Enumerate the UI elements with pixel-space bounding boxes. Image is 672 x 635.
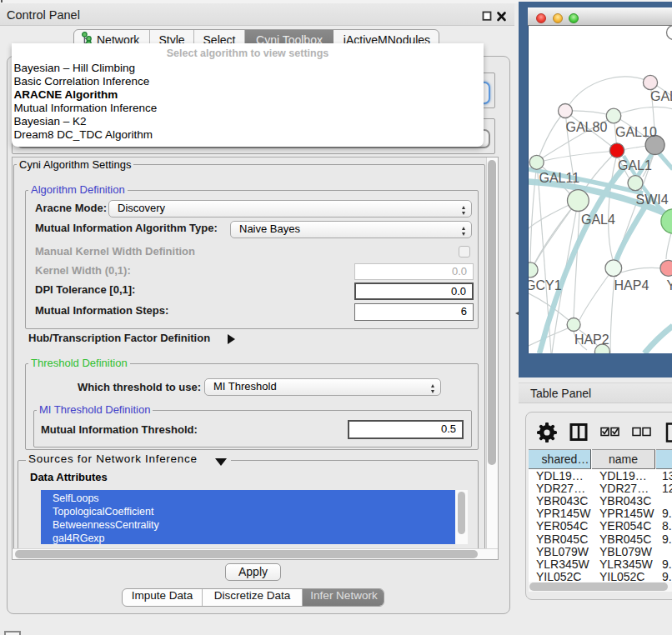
- svg-text:GAL4: GAL4: [581, 212, 615, 227]
- svg-text:GAL: GAL: [650, 89, 672, 103]
- svg-text:GAL11: GAL11: [539, 171, 580, 185]
- svg-text:GAL1: GAL1: [618, 158, 652, 172]
- svg-text:Y: Y: [667, 278, 672, 292]
- svg-text:HAP2: HAP2: [574, 332, 609, 347]
- svg-text:HAP4: HAP4: [614, 278, 649, 292]
- svg-text:GAL80: GAL80: [566, 120, 608, 134]
- svg-text:SWI4: SWI4: [636, 192, 669, 207]
- svg-text:GAL10: GAL10: [615, 125, 657, 139]
- svg-text:GCY1: GCY1: [529, 278, 562, 292]
